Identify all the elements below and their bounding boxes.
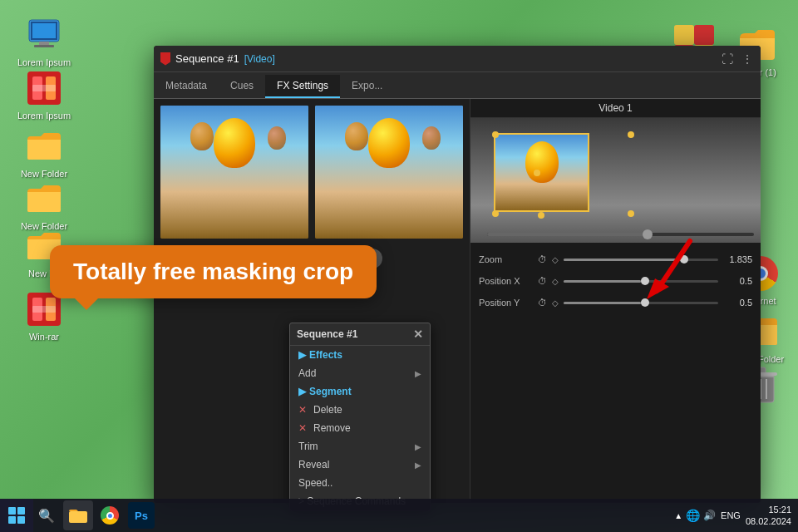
fx-preview <box>470 118 761 243</box>
tray-clock: 15:21 <box>746 504 791 515</box>
balloon-scene-2 <box>315 106 463 239</box>
add-arrow-icon: ▶ <box>415 369 421 378</box>
trim-arrow-icon: ▶ <box>415 442 421 451</box>
context-menu-title: Sequence #1 <box>297 328 357 340</box>
desktop-icon-folder2[interactable]: New Folder <box>15 179 73 232</box>
delete-icon: ✕ <box>298 404 307 416</box>
fx-positionx-label: Position X <box>479 276 533 286</box>
fx-positionx-value: 0.5 <box>723 276 752 286</box>
taskbar-explorer-btn[interactable] <box>63 500 93 530</box>
fx-positionx-timer-icon[interactable]: ⏱ <box>538 276 547 286</box>
effects-label: Effects <box>309 349 342 361</box>
context-item-reveal[interactable]: Reveal ▶ <box>290 456 430 474</box>
fx-positiony-value: 0.5 <box>723 298 752 308</box>
tray-volume-icon: 🔊 <box>703 510 716 521</box>
tab-fx-settings[interactable]: FX Settings <box>265 75 340 98</box>
fx-zoom-value: 1.835 <box>723 254 752 264</box>
tray-lang: ENG <box>721 510 741 520</box>
explorer-icon <box>69 508 87 523</box>
fx-positiony-label: Position Y <box>479 298 533 308</box>
context-menu-header: Sequence #1 ✕ <box>290 323 430 346</box>
fx-zoom-diamond-icon[interactable]: ◇ <box>552 255 559 264</box>
tray-date: 08.02.2024 <box>746 515 791 527</box>
photoshop-icon: Ps <box>128 502 155 529</box>
taskbar-tray: ▲ 🌐 🔊 ENG 15:21 08.02.2024 <box>674 504 798 528</box>
start-button[interactable] <box>0 499 33 532</box>
callout-bubble: Totally free masking crop <box>50 245 377 298</box>
context-item-add[interactable]: Add ▶ <box>290 364 430 382</box>
fx-positiony-timer-icon[interactable]: ⏱ <box>538 298 547 308</box>
context-item-effects[interactable]: ▶ Effects <box>290 346 430 364</box>
remove-icon: ✕ <box>298 422 307 434</box>
title-flag <box>160 52 170 66</box>
red-arrow <box>640 233 707 308</box>
remove-label: Remove <box>313 422 351 434</box>
tray-network-icon: 🌐 <box>686 509 700 522</box>
desktop-icon-folder1[interactable]: New Folder <box>15 126 73 180</box>
reveal-arrow-icon: ▶ <box>415 461 421 470</box>
desktop-icon-computer[interactable]: Lorem Ipsum <box>15 15 73 68</box>
taskbar-search-button[interactable]: 🔍 <box>33 499 60 532</box>
preview-frame-2 <box>315 106 463 239</box>
editor-title: Sequence #1 <box>175 52 239 65</box>
editor-tabs: Metadata Cues FX Settings Expo... <box>154 72 761 99</box>
context-item-segment[interactable]: ▶ Segment <box>290 382 430 401</box>
context-item-trim[interactable]: Trim ▶ <box>290 437 430 456</box>
icon-label-winrar-left: Win-rar <box>29 332 59 342</box>
segment-icon: ▶ <box>298 386 306 397</box>
editor-title-tag: [Video] <box>244 53 275 65</box>
add-label: Add <box>298 367 316 379</box>
menu-btn[interactable]: ⋮ <box>741 52 754 66</box>
preview-row <box>160 106 463 239</box>
fx-positiony-diamond-icon[interactable]: ◇ <box>552 298 559 308</box>
speed-label: Speed.. <box>298 477 332 489</box>
fx-zoom-label: Zoom <box>479 254 533 264</box>
svg-rect-14 <box>694 25 714 45</box>
svg-rect-2 <box>32 23 56 38</box>
winrar-red-icon <box>24 68 64 108</box>
fx-video-label: Video 1 <box>470 99 761 118</box>
tray-icons: ▲ 🌐 🔊 <box>674 509 716 522</box>
search-icon: 🔍 <box>38 508 55 524</box>
icon-label-computer: Lorem Ipsum <box>17 57 71 68</box>
effects-icon: ▶ <box>298 349 306 361</box>
tab-metadata[interactable]: Metadata <box>154 75 219 98</box>
editor-titlebar: Sequence #1 [Video] ⛶ ⋮ <box>154 46 761 72</box>
taskbar: 🔍 Ps ▲ 🌐 🔊 ENG 15:21 08.02.2024 <box>0 499 798 532</box>
tab-cues[interactable]: Cues <box>219 75 265 98</box>
tray-time: 15:21 08.02.2024 <box>746 504 791 528</box>
fx-positionx-row: Position X ⏱ ◇ 0.5 <box>479 271 752 291</box>
fx-zoom-timer-icon[interactable]: ⏱ <box>538 254 547 264</box>
context-item-delete[interactable]: ✕ Delete <box>290 401 430 419</box>
computer-icon <box>24 15 64 55</box>
segment-label: Segment <box>309 386 352 397</box>
context-item-speed[interactable]: Speed.. <box>290 474 430 492</box>
fx-preview-scene <box>470 118 761 243</box>
context-item-remove[interactable]: ✕ Remove <box>290 419 430 437</box>
preview-frame-1 <box>160 106 308 239</box>
delete-label: Delete <box>313 404 342 416</box>
windows-logo-icon <box>8 507 25 524</box>
taskbar-ps-btn[interactable]: Ps <box>126 500 156 530</box>
context-close-btn[interactable]: ✕ <box>413 328 423 341</box>
callout-text: Totally free masking crop <box>73 259 353 284</box>
fullscreen-btn[interactable]: ⛶ <box>721 52 734 66</box>
tab-export[interactable]: Expo... <box>340 75 394 98</box>
svg-rect-4 <box>34 45 54 47</box>
tray-up-arrow-icon[interactable]: ▲ <box>674 511 682 520</box>
svg-rect-12 <box>32 306 56 313</box>
svg-rect-13 <box>674 25 694 45</box>
folder-yellow-icon-2 <box>24 179 64 219</box>
icon-label-lorem1: Lorem Ipsum <box>17 111 71 121</box>
taskbar-chrome-btn[interactable] <box>95 500 125 530</box>
svg-rect-26 <box>69 511 87 523</box>
balloon-scene-1 <box>160 106 308 239</box>
desktop-icon-lorem1[interactable]: Lorem Ipsum <box>15 68 73 121</box>
reveal-label: Reveal <box>298 459 329 470</box>
folder-yellow-icon-1 <box>24 126 64 166</box>
title-controls: ⛶ ⋮ <box>721 52 754 66</box>
taskbar-apps: Ps <box>63 499 156 532</box>
fx-positionx-diamond-icon[interactable]: ◇ <box>552 277 559 286</box>
trim-label: Trim <box>298 441 318 452</box>
svg-rect-3 <box>39 42 49 45</box>
